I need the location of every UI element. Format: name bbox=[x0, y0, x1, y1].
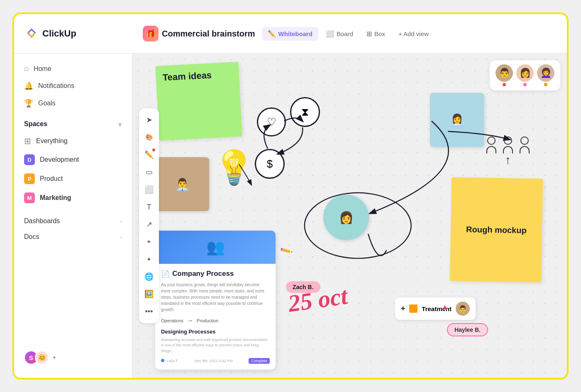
avatar-img-2: 👩 bbox=[516, 64, 534, 82]
more-tool[interactable]: ••• bbox=[142, 304, 156, 319]
zach-label: Zach B. bbox=[293, 284, 314, 290]
whiteboard-tab-label: Whiteboard bbox=[278, 30, 313, 37]
doc-status-badge: Complete bbox=[249, 358, 270, 364]
sidebar-label-product: Product bbox=[40, 175, 63, 183]
doc-section-title: Designing Processes bbox=[161, 329, 270, 335]
globe-tool[interactable]: 🌐 bbox=[142, 269, 156, 284]
space-icon: 🎁 bbox=[143, 26, 159, 41]
add-view-button[interactable]: + Add view bbox=[393, 27, 435, 40]
cursor-tool[interactable]: ➤ bbox=[142, 112, 156, 127]
photo-woman-center: 👩 bbox=[323, 195, 369, 240]
doc-icon: 📄 bbox=[161, 270, 170, 278]
doc-flow-arrow-icon: → bbox=[187, 317, 193, 324]
box-tab-icon: ⊞ bbox=[366, 30, 372, 38]
ai-tool[interactable]: ✦ bbox=[142, 252, 156, 267]
sidebar-item-development[interactable]: D Development bbox=[14, 150, 132, 169]
treatment-avatar: 👨 bbox=[456, 302, 470, 316]
sticky-tool[interactable]: ⬜ bbox=[142, 182, 156, 197]
avatar-dot-3 bbox=[544, 83, 547, 86]
sticky-green-text: Team ideas bbox=[162, 70, 212, 83]
move-cursor-icon: ✛ bbox=[401, 306, 405, 312]
photo-woman-top: 👩‍💼 bbox=[430, 93, 484, 147]
top-bar: ClickUp 🎁 Commercial brainstorm ✏️ White… bbox=[14, 14, 567, 54]
clickup-logo-icon bbox=[24, 26, 39, 41]
document-card[interactable]: 👥 📄 Company Process As your business gro… bbox=[155, 231, 276, 370]
tab-board[interactable]: ⬜ Board bbox=[320, 27, 359, 41]
spaces-title: Spaces bbox=[24, 120, 47, 128]
add-view-label: + Add view bbox=[398, 30, 429, 37]
nav-tabs: ✏️ Whiteboard ⬜ Board ⊞ Box + Add view bbox=[262, 27, 435, 41]
dashboards-label: Dashboards bbox=[24, 217, 60, 225]
sidebar-item-notifications[interactable]: 🔔 Notifications bbox=[14, 77, 132, 95]
chevron-down-icon: ∨ bbox=[118, 121, 122, 127]
haylee-badge: Haylee B. bbox=[447, 323, 488, 336]
people-row bbox=[486, 136, 530, 153]
collab-avatar-1: 👨 bbox=[496, 64, 513, 86]
photo-man: 👨‍💼 bbox=[155, 157, 209, 211]
author-dot bbox=[161, 359, 164, 362]
doc-card-body: 📄 Company Process As your business grows… bbox=[155, 264, 276, 370]
treatment-card[interactable]: ✛ Treatment 👨 bbox=[395, 297, 476, 320]
whiteboard-canvas[interactable]: ➤ 🎨 ✏️ ▭ ⬜ T ↗ ⚭ ✦ 🌐 🖼️ ••• 👨 bbox=[132, 54, 567, 378]
text-tool[interactable]: T bbox=[142, 200, 156, 214]
doc-card-header-illustration: 👥 bbox=[206, 239, 225, 256]
haylee-label: Haylee B. bbox=[454, 326, 481, 333]
sidebar-item-everything[interactable]: ⊞ Everything bbox=[14, 132, 132, 150]
avatar-user2: 😊 bbox=[35, 351, 49, 365]
collab-avatar-3: 👩‍🦱 bbox=[537, 64, 554, 86]
pen-tool[interactable]: ✏️ bbox=[142, 147, 156, 162]
person-body-1 bbox=[486, 146, 496, 153]
photo-woman-top-img: 👩‍💼 bbox=[430, 93, 484, 147]
dashboards-chevron-icon: › bbox=[120, 218, 122, 224]
sticky-yellow-text: Rough mockup bbox=[466, 224, 527, 235]
spaces-section-header[interactable]: Spaces ∨ bbox=[14, 116, 132, 132]
marketing-badge: M bbox=[24, 192, 35, 203]
sidebar-item-marketing[interactable]: M Marketing bbox=[14, 188, 132, 207]
treatment-color-icon bbox=[409, 304, 417, 313]
shapes-tool[interactable]: 🎨 bbox=[142, 130, 156, 145]
tab-whiteboard[interactable]: ✏️ Whiteboard bbox=[262, 27, 319, 41]
development-badge: D bbox=[24, 154, 35, 165]
sidebar-label-notifications: Notifications bbox=[38, 82, 74, 90]
docs-label: Docs bbox=[24, 233, 39, 241]
everything-icon: ⊞ bbox=[24, 136, 31, 146]
person-icon-3 bbox=[520, 136, 530, 153]
connect-nodes-tool[interactable]: ⚭ bbox=[142, 234, 156, 249]
doc-card-description: As your business grows, things will inev… bbox=[161, 282, 270, 313]
svg-marker-0 bbox=[27, 28, 36, 33]
image-tool[interactable]: 🖼️ bbox=[142, 287, 156, 302]
photo-man-img: 👨‍💼 bbox=[155, 157, 209, 211]
sticky-note-yellow[interactable]: Rough mockup bbox=[450, 177, 543, 282]
avatar-dot-1 bbox=[503, 83, 506, 86]
person-body-3 bbox=[520, 146, 530, 153]
sidebar-item-goals[interactable]: 🏆 Goals bbox=[14, 95, 132, 112]
doc-card-flow: Operations → Production bbox=[161, 317, 270, 324]
sidebar-item-docs[interactable]: Docs › bbox=[14, 229, 132, 245]
sticky-note-green[interactable]: Team ideas bbox=[155, 62, 242, 141]
avatar-img-1: 👨 bbox=[496, 64, 513, 82]
bell-icon: 🔔 bbox=[24, 81, 33, 90]
sidebar-label-development: Development bbox=[40, 156, 79, 163]
logo-area: ClickUp bbox=[24, 26, 136, 41]
sidebar-item-home[interactable]: ⌂ Home bbox=[14, 60, 132, 77]
doc-card-footer: Leila T. Nov 8th, 2021 4:42 PM Complete bbox=[161, 358, 270, 364]
sidebar-label-marketing: Marketing bbox=[40, 194, 71, 202]
heart-circle: ♡ bbox=[257, 107, 286, 136]
svg-marker-1 bbox=[27, 33, 36, 38]
doc-flow-from: Operations bbox=[161, 318, 183, 323]
user-menu-arrow[interactable]: ▾ bbox=[53, 355, 56, 360]
top-nav: 🎁 Commercial brainstorm ✏️ Whiteboard ⬜ … bbox=[143, 26, 557, 41]
zach-badge: Zach B. bbox=[286, 281, 320, 293]
sidebar-label-home: Home bbox=[34, 65, 51, 73]
main-content: ⌂ Home 🔔 Notifications 🏆 Goals Spaces ∨ … bbox=[14, 54, 567, 378]
sidebar-item-product[interactable]: P Product bbox=[14, 169, 132, 188]
sidebar-label-goals: Goals bbox=[38, 100, 56, 107]
sidebar-item-dashboards[interactable]: Dashboards › bbox=[14, 213, 132, 229]
avatar-img-3: 👩‍🦱 bbox=[537, 64, 554, 82]
connector-tool[interactable]: ↗ bbox=[142, 217, 156, 232]
rect-tool[interactable]: ▭ bbox=[142, 165, 156, 180]
tab-box[interactable]: ⊞ Box bbox=[361, 27, 391, 41]
person-head-2 bbox=[504, 136, 512, 145]
docs-chevron-icon: › bbox=[120, 234, 122, 240]
product-badge: P bbox=[24, 173, 35, 184]
